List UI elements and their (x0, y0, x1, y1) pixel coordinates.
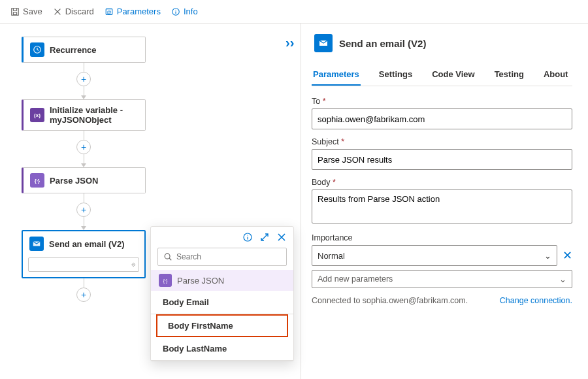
variable-icon: {x} (30, 108, 44, 122)
body-field[interactable]: Results from Parse JSON action (312, 190, 572, 223)
subject-label: Subject * (312, 137, 572, 146)
node-label: Send an email (V2) (49, 239, 125, 249)
parameters-icon: @ (105, 7, 114, 16)
dynamic-content-slot[interactable]: ⟐ (28, 257, 139, 272)
chevron-down-icon: ⌄ (559, 274, 566, 284)
close-icon[interactable] (276, 232, 287, 242)
tab-testing[interactable]: Testing (493, 65, 525, 86)
top-toolbar: Save Discard @ Parameters Info (0, 0, 588, 24)
dynamic-item-body-firstname[interactable]: Body FirstName (156, 314, 288, 337)
subject-field[interactable] (312, 149, 572, 170)
info-label: Info (184, 7, 198, 16)
svg-rect-1 (13, 12, 16, 14)
outlook-icon (29, 237, 44, 251)
popover-group-header: {·} Parse JSON (151, 270, 293, 291)
change-connection-link[interactable]: Change connection. (500, 296, 572, 305)
search-icon (163, 252, 172, 261)
to-field[interactable] (312, 108, 572, 129)
importance-select[interactable]: Normal ⌄ (312, 245, 557, 266)
tab-about[interactable]: About (542, 65, 570, 86)
panel-tabs: Parameters Settings Code View Testing Ab… (312, 65, 572, 86)
search-box[interactable] (157, 248, 287, 266)
dynamic-content-popover: {·} Parse JSON Body Email Body FirstName… (150, 226, 294, 361)
tab-settings[interactable]: Settings (378, 65, 414, 86)
add-step-button[interactable]: + (76, 72, 91, 86)
svg-point-5 (175, 9, 176, 10)
svg-point-12 (165, 254, 170, 259)
connection-text: Connected to sophia.owen@fabrikam.com. (312, 296, 468, 305)
save-button[interactable]: Save (7, 4, 46, 19)
save-icon (10, 7, 20, 16)
node-label: Initialize variable - myJSONObject (50, 105, 139, 125)
panel-title: Send an email (V2) (339, 38, 426, 49)
clock-icon (30, 42, 44, 57)
info-icon[interactable] (242, 232, 253, 242)
info-icon (171, 7, 180, 16)
to-label: To * (312, 97, 572, 106)
body-label: Body * (312, 178, 572, 187)
add-step-button[interactable]: + (76, 288, 91, 302)
svg-text:{·}: {·} (163, 278, 168, 284)
close-icon (53, 7, 62, 16)
svg-text:{x}: {x} (34, 112, 41, 118)
connector: + (76, 193, 91, 230)
add-params-label: Add new parameters (318, 274, 393, 284)
tab-code-view[interactable]: Code View (431, 65, 476, 86)
discard-label: Discard (65, 7, 94, 16)
braces-icon: {·} (159, 274, 172, 287)
node-label: Recurrence (50, 45, 97, 55)
connector: + (76, 278, 91, 302)
flow-node-recurrence[interactable]: Recurrence (22, 37, 146, 63)
svg-text:{·}: {·} (35, 178, 40, 184)
link-icon: ⟐ (131, 260, 136, 268)
node-label: Parse JSON (50, 176, 98, 186)
svg-text:@: @ (106, 9, 111, 14)
flow-node-send-email[interactable]: Send an email (V2) ⟐ (22, 230, 146, 278)
discard-button[interactable]: Discard (49, 4, 98, 19)
add-step-button[interactable]: + (76, 140, 91, 154)
tab-parameters[interactable]: Parameters (312, 65, 361, 86)
add-parameters-select[interactable]: Add new parameters ⌄ (312, 270, 572, 288)
importance-value: Normal (318, 251, 345, 261)
parameters-label: Parameters (117, 7, 161, 16)
chevron-down-icon: ⌄ (544, 251, 551, 261)
info-button[interactable]: Info (167, 4, 202, 19)
flow-node-parse-json[interactable]: {·} Parse JSON (22, 167, 146, 193)
connector: + (76, 131, 91, 167)
main-area: Recurrence + {x} Initialize variable - m… (0, 24, 588, 379)
group-label: Parse JSON (177, 276, 224, 286)
add-step-button[interactable]: + (76, 203, 91, 217)
search-input[interactable] (176, 252, 281, 261)
parameters-button[interactable]: @ Parameters (101, 4, 165, 19)
svg-point-11 (247, 235, 248, 235)
details-panel: ›› Send an email (V2) Parameters Setting… (301, 24, 588, 379)
dynamic-item-body-lastname[interactable]: Body LastName (151, 337, 293, 361)
save-label: Save (23, 7, 42, 16)
connector: + (76, 63, 91, 99)
braces-icon: {·} (30, 173, 44, 188)
clear-importance-button[interactable]: ✕ (563, 248, 572, 263)
flow-node-init-variable[interactable]: {x} Initialize variable - myJSONObject (22, 99, 146, 131)
flow-canvas: Recurrence + {x} Initialize variable - m… (0, 24, 301, 379)
outlook-icon (314, 34, 333, 52)
dynamic-item-body-email[interactable]: Body Email (151, 291, 293, 314)
collapse-panel-button[interactable]: ›› (286, 35, 294, 50)
svg-rect-0 (12, 8, 19, 15)
importance-label: Importance (312, 233, 572, 242)
expand-icon[interactable] (259, 232, 270, 242)
